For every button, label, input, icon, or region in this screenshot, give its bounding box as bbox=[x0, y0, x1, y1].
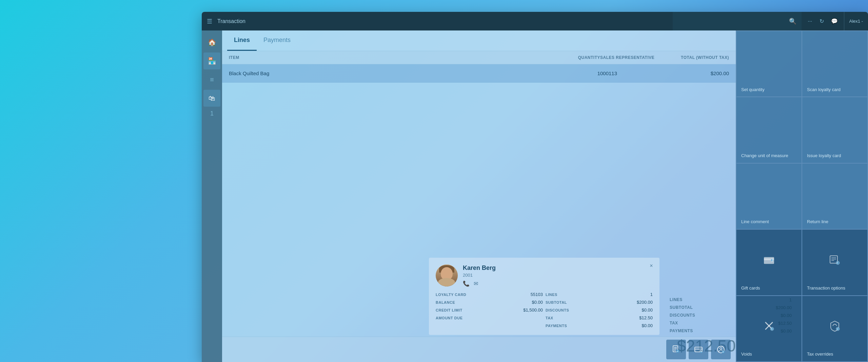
sidebar-bag-icon[interactable]: 🛍 bbox=[203, 90, 220, 107]
tab-payments[interactable]: Payments bbox=[257, 30, 297, 51]
tile-return-line-label: Return line bbox=[807, 219, 828, 225]
tile-scan-loyalty-card[interactable]: Scan loyalty card bbox=[802, 31, 867, 97]
detail-balance: BALANCE $0.00 bbox=[436, 300, 543, 305]
col-item: ITEM bbox=[229, 55, 559, 60]
tile-issue-loyalty-card[interactable]: Issue loyalty card bbox=[802, 97, 867, 163]
doc-button[interactable]: ≡ bbox=[666, 340, 686, 359]
gift-card-icon bbox=[763, 254, 775, 268]
tile-line-comment[interactable]: Line comment bbox=[736, 164, 802, 229]
search-bar[interactable]: 🔍 bbox=[673, 12, 802, 30]
customer-name: Karen Berg bbox=[463, 264, 653, 272]
customer-details: LOYALTY CARD 55103 LINES 1 BALANCE $0.00… bbox=[436, 292, 653, 328]
refresh-button[interactable]: ↻ bbox=[817, 16, 827, 26]
credit-limit-value: $1,500.00 bbox=[523, 307, 543, 313]
discounts-label: DISCOUNTS bbox=[546, 308, 569, 312]
detail-lines: LINES 1 bbox=[546, 292, 653, 297]
customer-header: Karen Berg 2001 📞 ✉ bbox=[436, 264, 653, 287]
customer-avatar bbox=[436, 264, 458, 286]
cell-item: Black Quilted Bag bbox=[229, 70, 559, 76]
detail-payments: PAYMENTS $0.00 bbox=[546, 323, 653, 328]
summary-tax-label: TAX bbox=[670, 321, 678, 326]
svg-rect-23 bbox=[695, 348, 702, 350]
tile-set-quantity[interactable]: Set quantity bbox=[736, 31, 802, 97]
summary-discounts-value: $0.00 bbox=[781, 313, 792, 318]
hamburger-icon[interactable]: ☰ bbox=[207, 18, 212, 25]
credit-limit-label: CREDIT LIMIT bbox=[436, 308, 462, 312]
title-bar: ☰ Transaction 🔍 ··· ↻ 💬 Alex 1 - bbox=[202, 12, 868, 30]
cell-quantity: 1 bbox=[559, 70, 600, 76]
col-sales-rep: SALES REPRESENTATIVE bbox=[600, 55, 668, 60]
sidebar-menu-icon[interactable]: ≡ bbox=[203, 71, 220, 88]
balance-label: BALANCE bbox=[436, 300, 455, 304]
tile-gift-cards[interactable]: Gift cards bbox=[736, 230, 802, 295]
amount-due-label: AMOUNT DUE bbox=[436, 316, 463, 320]
svg-rect-3 bbox=[772, 259, 773, 261]
summary-tax-value: $12.50 bbox=[778, 321, 792, 326]
store-info: 1 - bbox=[858, 19, 863, 24]
summary-lines-label: LINES bbox=[670, 297, 683, 302]
tax-overrides-icon: ≡ bbox=[829, 320, 841, 334]
title-bar-right: 🔍 ··· ↻ 💬 Alex 1 - bbox=[673, 12, 868, 30]
tabs: Lines Payments bbox=[222, 30, 736, 51]
card-button[interactable]: ≡ bbox=[689, 340, 708, 359]
svg-text:≡: ≡ bbox=[677, 350, 678, 353]
tile-change-unit[interactable]: Change unit of measure bbox=[736, 97, 802, 163]
customer-info: Karen Berg 2001 📞 ✉ bbox=[463, 264, 653, 287]
sidebar-store-icon[interactable]: 🏪 bbox=[203, 52, 220, 69]
tile-tax-overrides[interactable]: ≡ Tax overrides bbox=[802, 296, 867, 361]
detail-subtotal: SUBTOTAL $200.00 bbox=[546, 300, 653, 305]
tab-lines[interactable]: Lines bbox=[227, 30, 257, 51]
tile-voids-label: Voids bbox=[741, 352, 752, 357]
tile-change-unit-label: Change unit of measure bbox=[741, 153, 788, 159]
table-header: ITEM QUANTITY SALES REPRESENTATIVE TOTAL… bbox=[222, 51, 736, 64]
subtotal-label: SUBTOTAL bbox=[546, 300, 567, 304]
loyalty-card-label: LOYALTY CARD bbox=[436, 293, 466, 297]
detail-discounts: DISCOUNTS $0.00 bbox=[546, 307, 653, 313]
table-row[interactable]: Black Quilted Bag 1 000113 $200.00 bbox=[222, 64, 736, 83]
detail-amount-due: AMOUNT DUE bbox=[436, 315, 543, 320]
pos-window: ☰ Transaction 🔍 ··· ↻ 💬 Alex 1 - 🏠 🏪 ≡ bbox=[202, 12, 868, 362]
balance-value: $0.00 bbox=[532, 300, 543, 305]
summary-tax: TAX $12.50 bbox=[663, 319, 798, 327]
tile-line-comment-label: Line comment bbox=[741, 219, 769, 225]
detail-empty bbox=[436, 323, 543, 328]
tile-transaction-options[interactable]: ≡ Transaction options bbox=[802, 230, 867, 295]
tile-transaction-options-label: Transaction options bbox=[807, 285, 845, 291]
tile-return-line[interactable]: Return line bbox=[802, 164, 867, 229]
chat-button[interactable]: 💬 bbox=[828, 16, 841, 26]
search-icon[interactable]: 🔍 bbox=[789, 18, 796, 25]
circle-button[interactable]: ≡ bbox=[711, 340, 731, 359]
lines-label: LINES bbox=[546, 293, 557, 297]
col-quantity: QUANTITY bbox=[559, 55, 600, 60]
more-options-button[interactable]: ··· bbox=[805, 17, 815, 26]
tax-value: $12.50 bbox=[639, 315, 653, 320]
detail-tax: TAX $12.50 bbox=[546, 315, 653, 320]
tile-gift-cards-label: Gift cards bbox=[741, 285, 760, 291]
summary-lines: LINES 1 bbox=[663, 296, 798, 304]
svg-text:≡: ≡ bbox=[837, 327, 839, 331]
summary-lines-value: 1 bbox=[789, 297, 792, 302]
discounts-value: $0.00 bbox=[642, 307, 653, 313]
customer-contacts: 📞 ✉ bbox=[463, 280, 653, 287]
sidebar-number: 1 bbox=[210, 110, 214, 117]
left-sidebar: 🏠 🏪 ≡ 🛍 1 bbox=[202, 30, 222, 362]
summary-payments-label: PAYMENTS bbox=[670, 328, 693, 334]
cell-total: $200.00 bbox=[668, 70, 729, 76]
svg-text:≡: ≡ bbox=[723, 351, 724, 353]
summary-payments: PAYMENTS $0.00 bbox=[663, 327, 798, 335]
customer-panel: × Karen Berg 2001 📞 ✉ LOYALTY CARD bbox=[429, 258, 659, 335]
summary-subtotal: SUBTOTAL $200.00 bbox=[663, 304, 798, 312]
svg-point-28 bbox=[720, 347, 722, 349]
email-icon[interactable]: ✉ bbox=[474, 280, 478, 287]
title-actions: ··· ↻ 💬 bbox=[802, 12, 844, 30]
phone-icon[interactable]: 📞 bbox=[463, 280, 470, 287]
user-info: Alex 1 - bbox=[844, 12, 868, 30]
tax-label: TAX bbox=[546, 316, 553, 320]
customer-close-button[interactable]: × bbox=[647, 262, 655, 270]
payments-label: PAYMENTS bbox=[546, 324, 567, 328]
col-total: TOTAL (WITHOUT TAX) bbox=[668, 55, 729, 60]
detail-loyalty-card: LOYALTY CARD 55103 bbox=[436, 292, 543, 297]
summary-area: LINES 1 SUBTOTAL $200.00 DISCOUNTS $0.00… bbox=[663, 296, 798, 335]
avatar-image bbox=[436, 264, 458, 286]
sidebar-home-icon[interactable]: 🏠 bbox=[203, 34, 220, 51]
